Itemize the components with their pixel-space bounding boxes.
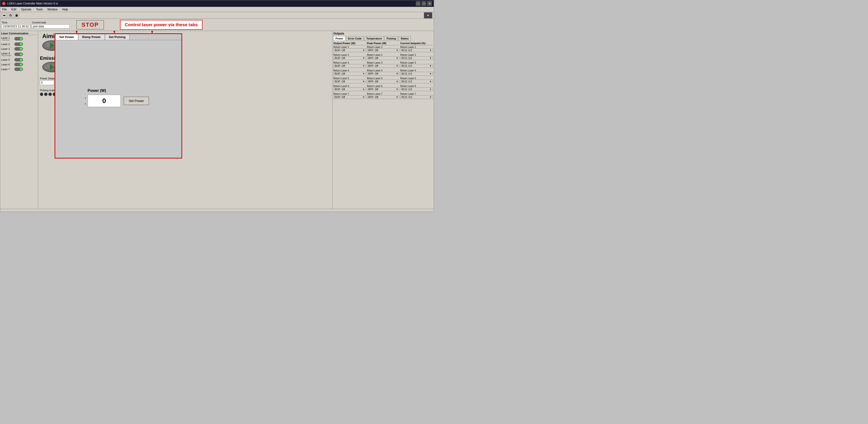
laser-3-label: Laser 3	[1, 47, 13, 50]
laser-row-3: Laser 3	[1, 47, 37, 51]
menu-operate[interactable]: Operate	[20, 7, 32, 11]
output-row-6: Return Laser 6 ROP: Off▼ Return Laser 6 …	[333, 85, 433, 91]
stop-button[interactable]: STOP	[76, 20, 104, 30]
center-panel: Aiming Beam Emission on/off ↖ Power Setp…	[38, 31, 332, 209]
output-row-3: Return Laser 3 ROP: Off▼ Return Laser 3 …	[333, 61, 433, 68]
power-value-container: ▲ ▼ 0	[88, 95, 121, 107]
output-rpp-7: Return Laser 7 RPP: Off▼	[367, 93, 400, 99]
output-rpp-3: Return Laser 3 RPP: Off▼	[367, 61, 400, 68]
laser-row-5: Laser 5	[1, 58, 37, 62]
app-icon	[2, 2, 5, 5]
menu-file[interactable]: File	[1, 7, 7, 11]
menu-help[interactable]: Help	[61, 7, 69, 11]
output-rpp-5: Return Laser 5 RPP: Off▼	[367, 77, 400, 84]
output-column-headers: Output Power (W) Peak Power (W) Current …	[333, 42, 433, 46]
output-row-7: Return Laser 7 ROP: Off▼ Return Laser 7 …	[333, 93, 433, 99]
task-value: plot data	[32, 24, 70, 29]
window-controls: ─ □ ✕	[416, 1, 432, 6]
pulsing-dot-1	[40, 93, 43, 96]
output-tab-pulsing[interactable]: Pulsing	[384, 36, 398, 41]
output-rcs-5: Return Laser 5 RCS: 0.0▼	[400, 77, 433, 84]
output-rcs-1: Return Laser 1 RCS: 0.0▼	[400, 46, 433, 52]
emission-play-icon	[50, 64, 55, 70]
output-tab-temp[interactable]: Temperature	[364, 36, 384, 41]
close-button[interactable]: ✕	[427, 1, 432, 6]
output-rpp-1: Return Laser 1 RPP: Off▼	[367, 46, 400, 52]
laser-7-toggle[interactable]	[14, 68, 23, 71]
output-rpp-4: Return Laser 4 RPP: Off▼	[367, 69, 400, 75]
tab-content-set-power: Power (W) ▲ ▼ 0 Set P	[55, 40, 181, 156]
task-field: Current task plot data	[32, 21, 70, 29]
title-bar: LOKII Laser Controller Main Version 5.vi…	[0, 0, 434, 7]
power-up-arrow[interactable]: ▲	[84, 97, 87, 99]
laser-row-1: Laser 1 Camera	[1, 36, 37, 41]
sidebar-left: Laser Communication Laser 1 Camera Laser…	[0, 31, 38, 209]
time-value: 10/30/2023 11:36:52	[2, 24, 30, 29]
menu-edit[interactable]: Edit	[10, 7, 17, 11]
col-header-rpp: Peak Power (W)	[367, 42, 400, 45]
output-row-2: Return Laser 2 ROP: Off▼ Return Laser 2 …	[333, 54, 433, 60]
play-icon	[50, 43, 55, 48]
power-w-label: Power (W)	[88, 89, 106, 93]
task-label: Current task	[32, 21, 70, 24]
info-bar: Time 10/30/2023 11:36:52 Current task pl…	[0, 19, 434, 31]
output-tab-error[interactable]: Error Code	[346, 36, 364, 41]
minimize-button[interactable]: ─	[416, 1, 421, 6]
laser-7-label: Laser 7	[1, 68, 13, 71]
main-window: LOKII Laser Controller Main Version 5.vi…	[0, 0, 434, 212]
output-rpp-2: Return Laser 2 RPP: Off▼	[367, 54, 400, 60]
preview-thumbnail: ▦	[424, 12, 432, 19]
run-button[interactable]: ➡	[2, 13, 7, 18]
sidebar-title: Laser Communication	[1, 32, 37, 35]
menu-window[interactable]: Window	[46, 7, 58, 11]
tab-ramp-power[interactable]: Ramp Power	[78, 34, 105, 40]
output-rpp-6: Return Laser 6 RPP: Off▼	[367, 85, 400, 91]
tab-set-pulsing[interactable]: Set Pulsing	[105, 34, 130, 40]
output-row-5: Return Laser 5 ROP: Off▼ Return Laser 5 …	[333, 77, 433, 84]
reload-button[interactable]: ♻	[8, 13, 13, 18]
cursor-icon: ↖	[45, 66, 48, 70]
time-field: Time 10/30/2023 11:36:52	[2, 21, 30, 29]
svg-marker-4	[149, 31, 156, 34]
toolbar: ➡ ♻ ⏹ ▦	[0, 12, 434, 19]
laser-row-2: Laser 2	[1, 42, 37, 46]
window-title: LOKII Laser Controller Main Version 5.vi	[7, 2, 58, 5]
output-rcs-2: Return Laser 2 RCS: 0.0▼	[400, 54, 433, 60]
laser-row-6: Laser 6	[1, 62, 37, 67]
output-tab-status[interactable]: Status	[399, 36, 411, 41]
tab-set-power[interactable]: Set Power	[55, 34, 78, 40]
output-row-1: Return Laser 1 ROP: Off▼ Return Laser 1 …	[333, 46, 433, 52]
stop-toolbar-button[interactable]: ⏹	[14, 13, 19, 18]
laser-6-label: Laser 6	[1, 63, 13, 66]
output-tabs: Power Error Code Temperature Pulsing Sta…	[333, 36, 433, 41]
output-rcs-7: Return Laser 7 RCS: 0.0▼	[400, 93, 433, 99]
power-value-display: 0	[88, 95, 121, 107]
laser-2-toggle[interactable]	[14, 42, 23, 46]
output-rop-1: Return Laser 1 ROP: Off▼	[333, 46, 366, 52]
output-rop-4: Return Laser 4 ROP: Off▼	[333, 69, 366, 75]
laser-5-toggle[interactable]	[14, 58, 23, 61]
power-spinners: ▲ ▼	[84, 95, 87, 107]
power-down-arrow[interactable]: ▼	[84, 103, 87, 105]
menu-tools[interactable]: Tools	[35, 7, 43, 11]
laser-row-4: Laser 4 Pyrometer	[1, 52, 37, 57]
laser-6-toggle[interactable]	[14, 63, 23, 66]
laser-1-toggle[interactable]	[14, 37, 23, 40]
output-rop-3: Return Laser 3 ROP: Off▼	[333, 61, 366, 68]
output-rop-7: Return Laser 7 ROP: Off▼	[333, 93, 366, 99]
laser-1-label: Laser 1 Camera	[1, 36, 13, 41]
output-rcs-3: Return Laser 3 RCS: 0.0▼	[400, 61, 433, 68]
set-power-button[interactable]: Set Power	[124, 97, 149, 105]
output-rop-2: Return Laser 2 ROP: Off▼	[333, 54, 366, 60]
pulsing-dot-2	[44, 93, 48, 96]
laser-4-toggle[interactable]	[14, 53, 23, 56]
bottom-bar	[0, 209, 434, 211]
power-setpoint-input[interactable]	[40, 80, 54, 85]
laser-3-toggle[interactable]	[14, 47, 23, 51]
laser-5-label: Laser 5	[1, 58, 13, 61]
title-bar-left: LOKII Laser Controller Main Version 5.vi	[2, 2, 58, 5]
output-rows-container: Return Laser 1 ROP: Off▼ Return Laser 1 …	[333, 46, 433, 99]
output-tab-power[interactable]: Power	[333, 36, 345, 41]
output-rcs-6: Return Laser 6 RCS: 0.0▼	[400, 85, 433, 91]
maximize-button[interactable]: □	[422, 1, 426, 6]
